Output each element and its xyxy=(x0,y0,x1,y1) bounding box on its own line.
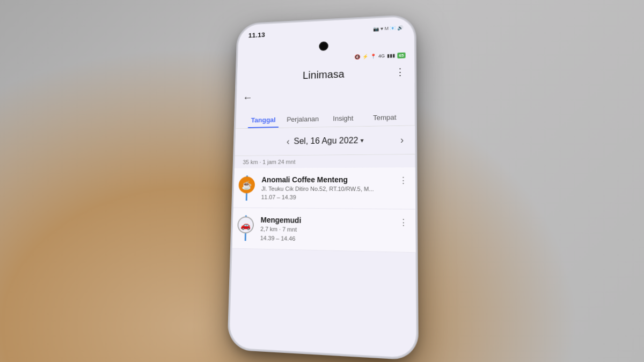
date-navigation: ‹ Sel, 16 Agu 2022 ▾ › xyxy=(235,125,415,155)
app-title: Linimasa xyxy=(303,68,345,81)
coffee-more-button[interactable]: ⋮ xyxy=(399,175,408,185)
distance-header: 35 km · 1 jam 24 mnt xyxy=(235,154,415,168)
tab-insight[interactable]: Insight xyxy=(323,114,364,127)
tab-tanggal[interactable]: Tanggal xyxy=(244,115,283,128)
timeline-item-drive: 🚗 Mengemudi 2,7 km · 7 mnt 14.39 – 14.46… xyxy=(232,208,416,252)
coffee-time: 11.07 – 14.39 xyxy=(261,194,409,201)
timeline-line-col-2: 🚗 xyxy=(233,215,259,233)
notification-icons: 📷 ♥ M 📧 🔊 xyxy=(373,25,403,31)
phone-device: 11.13 📷 ♥ M 📧 🔊 🔇 ⚡ 📍 4G ▮▮▮ 65 xyxy=(229,16,416,358)
prev-date-button[interactable]: ‹ xyxy=(282,134,294,149)
date-dropdown-icon: ▾ xyxy=(360,136,363,144)
coffee-info: Anomali Coffee Menteng Jl. Teuku Cik Dit… xyxy=(259,175,408,201)
coffee-icon: ☕ xyxy=(238,176,255,193)
drive-subtitle: 2,7 km · 7 mnt xyxy=(260,225,408,236)
coffee-title: Anomali Coffee Menteng xyxy=(261,175,408,183)
status-center-icons: 📷 ♥ M 📧 🔊 xyxy=(373,25,403,31)
drive-title: Mengemudi xyxy=(260,216,408,226)
battery-indicator: 65 xyxy=(397,52,405,58)
signal-bars: ▮▮▮ xyxy=(387,53,395,58)
timeline-line-col-1: ☕ xyxy=(234,175,260,193)
drive-info: Mengemudi 2,7 km · 7 mnt 14.39 – 14.46 xyxy=(258,216,409,244)
current-date-text: Sel, 16 Agu 2022 xyxy=(294,136,358,146)
back-button[interactable]: ← xyxy=(243,91,253,103)
camera-notch xyxy=(320,42,327,50)
phone-screen: 11.13 📷 ♥ M 📧 🔊 🔇 ⚡ 📍 4G ▮▮▮ 65 xyxy=(229,16,416,358)
date-display[interactable]: Sel, 16 Agu 2022 ▾ xyxy=(294,135,363,145)
drive-icon: 🚗 xyxy=(237,216,254,233)
timeline-list: ☕ Anomali Coffee Menteng Jl. Teuku Cik D… xyxy=(232,167,416,253)
bluetooth-icon: ⚡ xyxy=(362,54,368,59)
status-time: 11.13 xyxy=(248,31,266,39)
next-date-button[interactable]: › xyxy=(396,132,408,147)
tab-tempat[interactable]: Tempat xyxy=(364,113,406,125)
location-icon: 📍 xyxy=(370,53,376,58)
timeline-content: ☕ Anomali Coffee Menteng Jl. Teuku Cik D… xyxy=(232,167,416,253)
mute-icon: 🔇 xyxy=(354,54,360,60)
drive-more-button[interactable]: ⋮ xyxy=(399,217,408,228)
coffee-subtitle: Jl. Teuku Cik Ditiro No.52, RT.10/RW.5, … xyxy=(261,184,408,193)
tab-perjalanan[interactable]: Perjalanan xyxy=(283,115,323,128)
network-type: 4G xyxy=(378,53,385,58)
timeline-item-coffee: ☕ Anomali Coffee Menteng Jl. Teuku Cik D… xyxy=(233,167,415,210)
tabs-container: Tanggal Perjalanan Insight Tempat xyxy=(236,102,414,129)
scene: 11.13 📷 ♥ M 📧 🔊 🔇 ⚡ 📍 4G ▮▮▮ 65 xyxy=(0,0,644,362)
more-options-button[interactable]: ⋮ xyxy=(395,66,405,78)
